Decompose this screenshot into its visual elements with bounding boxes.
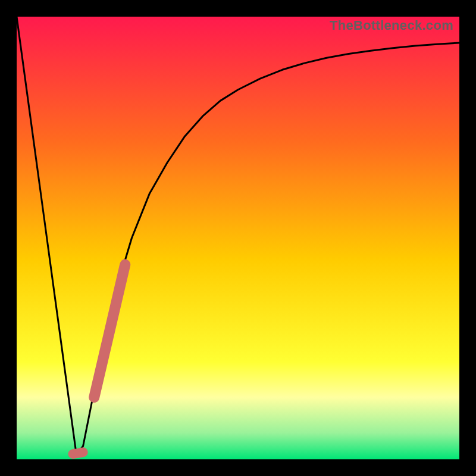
outer-frame: TheBottleneck.com: [0, 0, 476, 476]
chart-svg: [17, 17, 459, 459]
plot-area: TheBottleneck.com: [17, 17, 459, 459]
min-dot: [73, 452, 83, 454]
gradient-background: [17, 17, 459, 459]
watermark-text: TheBottleneck.com: [330, 18, 453, 33]
